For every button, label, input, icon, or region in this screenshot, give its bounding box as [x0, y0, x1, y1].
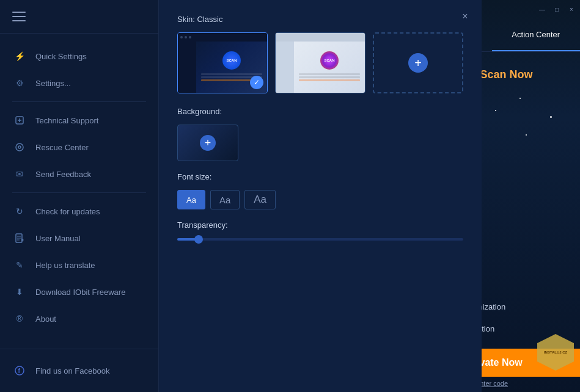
add-skin-plus-icon: + — [408, 53, 428, 73]
mini-table-light — [296, 72, 362, 84]
sidebar-item-technical-support[interactable]: Technical Support — [0, 107, 158, 134]
sidebar: ⚡ Quick Settings ⚙ Settings... — [0, 0, 159, 392]
settings-content: × Skin: Classic SCAN — [159, 0, 482, 392]
sidebar-item-label: Quick Settings — [35, 52, 87, 61]
background-thumb[interactable]: + — [177, 125, 238, 161]
user-manual-icon — [12, 231, 27, 245]
watermark-text: INSTALUJ.CZ — [544, 350, 568, 354]
settings-icon: ⚙ — [12, 76, 27, 90]
about-icon: ® — [12, 311, 27, 326]
skin-grid: SCAN ✓ — [177, 32, 463, 93]
watermark-shape: INSTALUJ.CZ — [537, 334, 574, 371]
skin-dark-header — [178, 33, 267, 42]
transparency-slider-thumb[interactable] — [194, 235, 203, 244]
transparency-slider-track[interactable] — [177, 238, 463, 241]
transparency-section: Transparency: — [177, 220, 463, 241]
sidebar-item-label: Settings... — [35, 79, 71, 88]
skin-dark-thumb[interactable]: SCAN ✓ — [177, 32, 268, 93]
sidebar-item-label: Check for updates — [35, 207, 100, 216]
sidebar-item-send-feedback[interactable]: ✉ Send Feedback — [0, 161, 158, 187]
background-add-icon: + — [200, 135, 216, 151]
help-translate-icon: ✎ — [12, 258, 27, 272]
check-updates-icon: ↻ — [12, 204, 27, 219]
sidebar-item-label: About — [35, 314, 56, 324]
settings-dialog: ⚡ Quick Settings ⚙ Settings... — [0, 0, 403, 392]
menu-icon[interactable] — [12, 12, 26, 21]
background-section: Background: + — [177, 107, 463, 161]
font-options: Aa Aa Aa — [177, 190, 463, 209]
sidebar-item-label: User Manual — [35, 234, 81, 243]
svg-point-4 — [18, 146, 21, 148]
font-size-medium-button[interactable]: Aa — [210, 190, 240, 209]
sidebar-item-label: Help us translate — [35, 261, 95, 270]
maximize-button[interactable]: □ — [553, 5, 560, 13]
sidebar-item-label: Download IObit Freeware — [35, 288, 125, 297]
skin-light-preview: SCAN — [276, 33, 365, 93]
sidebar-item-about[interactable]: ® About — [0, 305, 158, 332]
sidebar-header — [0, 0, 158, 34]
font-size-small-button[interactable]: Aa — [177, 190, 205, 209]
skin-selected-check: ✓ — [250, 76, 263, 89]
sidebar-footer-label: Find us on Facebook — [35, 366, 109, 376]
tab-action-center[interactable]: Action Center — [492, 18, 581, 51]
svg-marker-9 — [21, 238, 24, 242]
app-wrapper: ⚡ Quick Settings ⚙ Settings... — [0, 0, 580, 392]
skin-light-thumb[interactable]: SCAN — [275, 32, 365, 93]
sidebar-item-user-manual[interactable]: User Manual — [0, 225, 158, 252]
skin-light-main: SCAN — [294, 42, 365, 93]
svg-text:f: f — [18, 368, 21, 374]
font-size-large-button[interactable]: Aa — [244, 190, 276, 209]
settings-close-button[interactable]: × — [458, 9, 472, 24]
sidebar-footer: f Find us on Facebook — [0, 349, 158, 392]
sidebar-item-label: Technical Support — [35, 116, 98, 125]
minimize-button[interactable]: — — [538, 5, 546, 13]
skin-light-sidebar — [276, 42, 294, 93]
scan-circle-dark: SCAN — [222, 51, 241, 70]
sidebar-nav: ⚡ Quick Settings ⚙ Settings... — [0, 34, 158, 349]
font-size-label: Font size: — [177, 172, 463, 181]
sidebar-item-settings[interactable]: ⚙ Settings... — [0, 70, 158, 96]
star-4 — [526, 134, 527, 136]
skin-section-title: Skin: Classic — [177, 15, 463, 24]
send-feedback-icon: ✉ — [12, 167, 27, 181]
skin-add-thumb[interactable]: + — [373, 32, 463, 93]
sidebar-item-facebook[interactable]: f Find us on Facebook — [12, 358, 146, 383]
watermark: INSTALUJ.CZ — [537, 334, 574, 371]
sidebar-item-help-translate[interactable]: ✎ Help us translate — [0, 252, 158, 278]
skin-dark-sidebar — [178, 42, 196, 93]
close-button[interactable]: × — [568, 5, 575, 13]
sidebar-item-check-updates[interactable]: ↻ Check for updates — [0, 198, 158, 225]
rescue-center-icon — [12, 140, 27, 154]
sidebar-item-label: Rescue Center — [35, 143, 89, 152]
sidebar-divider-2 — [12, 192, 146, 193]
scan-now-button[interactable]: Scan Now — [480, 68, 532, 81]
svg-point-3 — [16, 143, 23, 151]
scan-circle-light: SCAN — [320, 51, 339, 70]
download-freeware-icon: ⬇ — [12, 285, 27, 299]
sidebar-item-quick-settings[interactable]: ⚡ Quick Settings — [0, 43, 158, 70]
tab-action-center-label: Action Center — [512, 30, 560, 39]
font-size-section: Font size: Aa Aa Aa — [177, 172, 463, 209]
star-7 — [519, 98, 521, 99]
skin-light-body: SCAN — [276, 42, 365, 93]
sidebar-item-download-freeware[interactable]: ⬇ Download IObit Freeware — [0, 278, 158, 305]
sidebar-item-label: Send Feedback — [35, 170, 91, 179]
quick-settings-icon: ⚡ — [12, 49, 27, 64]
technical-support-icon — [12, 113, 27, 128]
facebook-icon: f — [12, 363, 27, 378]
sidebar-item-rescue-center[interactable]: Rescue Center — [0, 134, 158, 161]
star-5 — [550, 116, 552, 118]
sidebar-divider-1 — [12, 101, 146, 102]
background-label: Background: — [177, 107, 463, 116]
star-3 — [495, 110, 496, 111]
skin-light-header — [276, 33, 365, 42]
transparency-label: Transparency: — [177, 220, 463, 230]
